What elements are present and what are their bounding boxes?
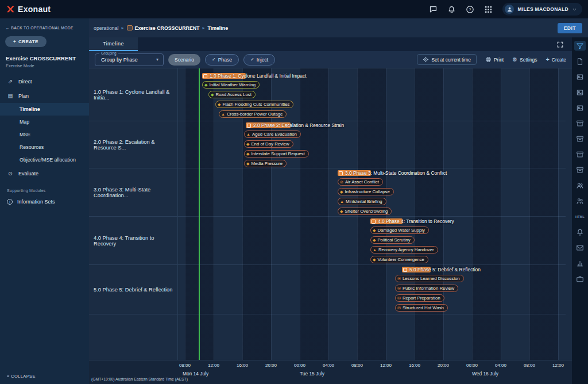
inject-chip[interactable]: ◆Interstate Support Request bbox=[244, 150, 309, 158]
bell-icon[interactable] bbox=[447, 5, 456, 14]
phase-bar[interactable] bbox=[370, 218, 403, 224]
inject-chip[interactable]: ▲Ministerial Briefing bbox=[338, 198, 386, 205]
check-icon: ✓ bbox=[250, 57, 254, 62]
image-icon[interactable] bbox=[574, 103, 586, 113]
axis-tick: 08:00 bbox=[179, 363, 191, 368]
inject-chip[interactable]: ▲Cross-border Power Outage bbox=[219, 110, 287, 118]
filter-chip-scenario[interactable]: Scenario bbox=[168, 54, 200, 66]
inject-chip[interactable]: ◆Initial Weather Warning bbox=[202, 81, 260, 89]
inject-chip[interactable]: ◆Volunteer Convergence bbox=[370, 256, 428, 263]
inject-chip[interactable]: ◆Infrastructure Collapse bbox=[338, 188, 394, 195]
inject-line: ⊘Air Asset Conflict bbox=[178, 177, 566, 187]
sidebar-item-objective-mse-allocation[interactable]: Objective/MSE allocation bbox=[0, 153, 89, 166]
triangle-icon: ▲ bbox=[221, 112, 225, 116]
phase-bar[interactable] bbox=[338, 170, 371, 176]
phase-icon bbox=[339, 171, 343, 175]
inject-chip[interactable]: ✉Structured Hot Wash bbox=[395, 304, 448, 312]
sidebar-item-map[interactable]: Map bbox=[0, 116, 89, 128]
inject-label: Recovery Agency Handover bbox=[378, 247, 434, 252]
grouping-select[interactable]: Grouping Group by Phase ▾ bbox=[95, 53, 164, 66]
briefcase-icon[interactable] bbox=[574, 274, 586, 283]
archive-icon[interactable] bbox=[574, 165, 586, 175]
sidebar-item-evaluate[interactable]: ⊙Evaluate bbox=[0, 166, 89, 181]
inject-chip[interactable]: ◆End of Day Review bbox=[244, 140, 293, 148]
mail-icon[interactable] bbox=[574, 243, 586, 252]
image-icon[interactable] bbox=[574, 87, 586, 97]
back-to-operational-link[interactable]: ← BACK TO OPERATIONAL MODE bbox=[0, 18, 89, 32]
chart-icon[interactable] bbox=[574, 258, 586, 268]
inject-label: Flash Flooding Cuts Communities bbox=[222, 102, 289, 107]
inject-chip[interactable]: ✉Report Preparation bbox=[395, 294, 444, 302]
supporting-modules-label: Supporting Modules bbox=[0, 181, 89, 195]
inject-chip[interactable]: ◆Shelter Overcrowding bbox=[338, 208, 392, 215]
users-icon[interactable] bbox=[574, 196, 586, 206]
set-at-current-time-button[interactable]: Set at current time bbox=[417, 54, 477, 65]
filter-icon[interactable] bbox=[574, 41, 586, 51]
inject-line: ◆Political Scrutiny bbox=[178, 235, 566, 245]
phase-row-label: 1.0 Phase 1: Cyclone Landfall & Initia..… bbox=[89, 68, 177, 121]
file-icon[interactable] bbox=[574, 56, 586, 66]
phase-bar[interactable] bbox=[246, 122, 291, 128]
inject-chip[interactable]: ▲Recovery Agency Handover bbox=[370, 246, 438, 254]
sidebar-item-mse[interactable]: MSE bbox=[0, 128, 89, 141]
help-icon[interactable]: ? bbox=[466, 5, 474, 14]
axis-tick: 20:00 bbox=[438, 363, 449, 368]
tab-timeline[interactable]: Timeline bbox=[89, 37, 138, 51]
phase-row: 5.0 Phase 5: Debrief & Reflection✉Lesson… bbox=[178, 265, 566, 314]
diamond-icon: ◆ bbox=[218, 102, 220, 106]
sidebar-item-direct[interactable]: ⇗Direct bbox=[0, 74, 89, 89]
filter-chips: Scenario✓Phase✓Inject bbox=[168, 54, 275, 66]
breadcrumb: operational ▸ Exercise CROSSCURRENT ▸ Ti… bbox=[89, 18, 588, 37]
sidebar-item-information-sets[interactable]: iInformation Sets bbox=[0, 195, 89, 209]
axis-day-label: Mon 14 July bbox=[183, 371, 208, 377]
gear-icon: ⚙ bbox=[512, 57, 517, 63]
axis-tick: 12:00 bbox=[552, 363, 564, 368]
create-button[interactable]: +CREATE bbox=[5, 36, 47, 47]
apps-grid-icon[interactable] bbox=[484, 5, 493, 14]
users-icon[interactable] bbox=[574, 181, 586, 190]
inject-chip[interactable]: ✉Public Information Review bbox=[395, 285, 458, 292]
archive-icon[interactable] bbox=[574, 118, 586, 128]
inject-chip[interactable]: ✉Lessons Learned Discussion bbox=[395, 275, 464, 282]
edit-button[interactable]: EDIT bbox=[558, 23, 582, 33]
evaluate-eye-icon: ⊙ bbox=[7, 170, 14, 176]
inject-line: ◆End of Day Review bbox=[178, 139, 566, 149]
create-inject-button[interactable]: + Create bbox=[546, 56, 566, 63]
fullscreen-icon[interactable] bbox=[556, 41, 564, 48]
mail-icon: ✉ bbox=[397, 277, 401, 281]
html-icon[interactable]: HTML bbox=[574, 212, 586, 221]
breadcrumb-timeline[interactable]: Timeline bbox=[208, 25, 229, 31]
inject-chip[interactable]: ◆Damaged Water Supply bbox=[370, 226, 429, 234]
inject-chip[interactable]: ▲Aged Care Evacuation bbox=[244, 130, 301, 138]
filter-chip-phase[interactable]: ✓Phase bbox=[205, 54, 239, 66]
bell-icon[interactable] bbox=[574, 227, 586, 237]
inject-chip[interactable]: ◆Road Access Lost bbox=[208, 91, 256, 98]
phase-row-label: 3.0 Phase 3: Multi-State Coordination... bbox=[89, 168, 177, 217]
sidebar-item-timeline[interactable]: Timeline bbox=[0, 103, 89, 116]
chat-icon[interactable] bbox=[429, 5, 438, 14]
user-menu[interactable]: MILES MACDONALD bbox=[502, 3, 582, 16]
phase-bar[interactable] bbox=[202, 73, 246, 79]
sidebar-item-resources[interactable]: Resources bbox=[0, 141, 89, 153]
filter-chip-inject[interactable]: ✓Inject bbox=[243, 54, 275, 66]
triangle-icon: ▲ bbox=[373, 248, 377, 252]
breadcrumb-exercise[interactable]: Exercise CROSSCURRENT bbox=[135, 25, 200, 31]
sidebar-item-plan[interactable]: ▤Plan bbox=[0, 89, 89, 103]
collapse-button[interactable]: « COLLAPSE bbox=[0, 368, 89, 384]
axis-day-label: Wed 16 July bbox=[472, 371, 498, 377]
inject-chip[interactable]: ⊘Air Asset Conflict bbox=[338, 178, 383, 186]
phase-bar[interactable] bbox=[402, 267, 431, 272]
chevron-right-icon: ▸ bbox=[202, 25, 204, 30]
print-button[interactable]: Print bbox=[485, 56, 504, 63]
archive-icon[interactable] bbox=[574, 149, 586, 159]
inject-chip[interactable]: ◆Political Scrutiny bbox=[370, 236, 415, 244]
inject-chip[interactable]: ◆Flash Flooding Cuts Communities bbox=[215, 101, 293, 108]
direct-icon: ⇗ bbox=[7, 78, 14, 85]
settings-button[interactable]: ⚙ Settings bbox=[512, 57, 537, 63]
image-icon[interactable] bbox=[574, 72, 586, 82]
archive-icon[interactable] bbox=[574, 134, 586, 144]
inject-chip[interactable]: ◆Media Pressure bbox=[244, 160, 287, 167]
inject-line: ✉Report Preparation bbox=[178, 293, 566, 303]
breadcrumb-operational[interactable]: operational bbox=[94, 25, 119, 31]
inject-line: ◆Road Access Lost bbox=[178, 90, 566, 99]
